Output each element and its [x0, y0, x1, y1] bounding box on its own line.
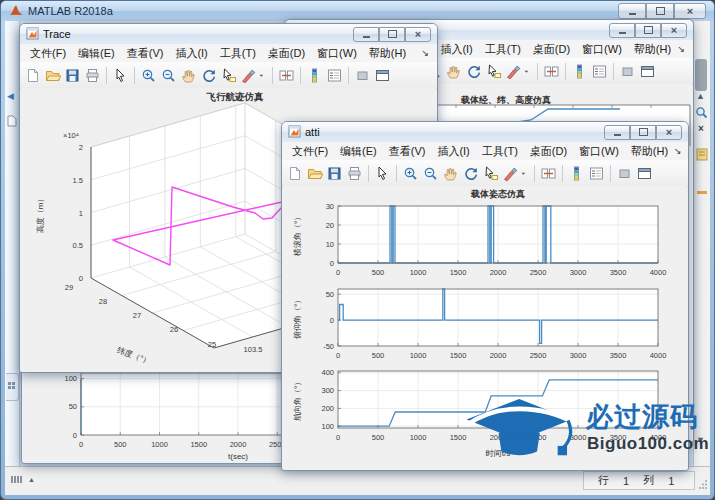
maximize-button[interactable] [646, 3, 674, 19]
minimize-button[interactable] [604, 125, 630, 140]
insert-colorbar-button[interactable] [305, 66, 324, 85]
window-titlebar[interactable]: atti × [282, 122, 688, 143]
dock-figure-button[interactable] [638, 62, 657, 81]
menu-item[interactable]: 桌面(D) [524, 144, 573, 159]
document-tab-icon[interactable] [7, 113, 17, 131]
save-button[interactable] [325, 164, 344, 183]
menu-item[interactable]: 工具(T) [476, 144, 524, 159]
window-titlebar[interactable]: Trace × [20, 24, 437, 45]
pan-hand-button[interactable] [441, 164, 460, 183]
menu-overflow-icon[interactable]: ↘ [674, 146, 686, 156]
pan-hand-button[interactable] [444, 62, 463, 81]
rotate-3d-button[interactable] [464, 62, 483, 81]
minimize-button[interactable] [609, 23, 635, 38]
x-tick-label: 1000 [410, 351, 427, 360]
insert-colorbar-button[interactable] [567, 164, 586, 183]
zoom-in-button[interactable] [401, 164, 420, 183]
print-button[interactable] [83, 66, 102, 85]
toolbar-separator [272, 67, 273, 84]
warning-marker[interactable] [697, 191, 707, 194]
menu-item[interactable]: 帮助(H) [628, 42, 677, 57]
link-plot-button[interactable] [539, 164, 558, 183]
menu-item[interactable]: 编辑(E) [334, 144, 383, 159]
menu-item[interactable]: 文件(F) [286, 144, 334, 159]
brush-icon [505, 63, 522, 80]
save-button[interactable] [63, 66, 82, 85]
menu-item[interactable]: 插入(I) [431, 144, 475, 159]
new-file-button[interactable] [23, 66, 42, 85]
hide-plot-tools-button[interactable] [353, 66, 372, 85]
hide-plot-tools-button[interactable] [615, 164, 634, 183]
arrow-cursor-button[interactable] [373, 164, 392, 183]
close-button[interactable]: × [674, 3, 706, 19]
brush-button[interactable] [501, 164, 520, 183]
docked-panel-tab[interactable] [6, 373, 19, 401]
menu-item[interactable]: 编辑(E) [72, 46, 121, 61]
brush-button[interactable] [239, 66, 258, 85]
insert-legend-icon [326, 67, 343, 84]
link-plot-button[interactable] [277, 66, 296, 85]
menu-item[interactable]: 窗口(W) [573, 144, 625, 159]
data-cursor-button[interactable] [219, 66, 238, 85]
zoom-out-button[interactable] [421, 164, 440, 183]
scrollbar-thumb[interactable] [695, 59, 707, 91]
dock-figure-button[interactable] [635, 164, 654, 183]
magnifier-icon[interactable] [695, 105, 708, 123]
hide-plot-tools-button[interactable] [618, 62, 637, 81]
insert-legend-button[interactable] [325, 66, 344, 85]
menu-item[interactable]: 工具(T) [479, 42, 527, 57]
zoom-in-button[interactable] [139, 66, 158, 85]
close-panel-icon[interactable]: × [698, 123, 704, 134]
brush-button[interactable] [504, 62, 523, 81]
dock-figure-button[interactable] [373, 66, 392, 85]
insert-legend-button[interactable] [590, 62, 609, 81]
toolbar-separator [368, 165, 369, 182]
data-cursor-button[interactable] [484, 62, 503, 81]
open-folder-button[interactable] [305, 164, 324, 183]
dropdown-button[interactable] [521, 164, 530, 183]
pan-hand-button[interactable] [179, 66, 198, 85]
data-cursor-button[interactable] [481, 164, 500, 183]
link-plot-button[interactable] [542, 62, 561, 81]
new-file-button[interactable] [285, 164, 304, 183]
arrow-cursor-button[interactable] [111, 66, 130, 85]
rotate-3d-button[interactable] [199, 66, 218, 85]
collapse-left-icon[interactable]: ◀ [7, 91, 14, 101]
menu-overflow-icon[interactable]: ↘ [677, 44, 689, 54]
note-marker-icon[interactable] [696, 147, 708, 165]
menu-overflow-icon[interactable]: ↘ [421, 48, 433, 58]
maximize-button[interactable] [635, 23, 661, 38]
scroll-up-icon[interactable]: ▲ [696, 91, 705, 101]
menu-item[interactable]: 窗口(W) [311, 46, 363, 61]
menu-item[interactable]: 工具(T) [214, 46, 262, 61]
x-tick-label: 500 [372, 268, 385, 277]
menu-item[interactable]: 插入(I) [169, 46, 213, 61]
open-folder-button[interactable] [43, 66, 62, 85]
dropdown-button[interactable] [524, 62, 533, 81]
menu-item[interactable]: 帮助(H) [363, 46, 412, 61]
close-button[interactable]: × [661, 23, 687, 38]
menu-item[interactable]: 桌面(D) [527, 42, 576, 57]
resize-grip[interactable] [698, 475, 708, 493]
minimize-button[interactable] [618, 3, 646, 19]
maximize-button[interactable] [379, 27, 405, 42]
menu-item[interactable]: 查看(V) [383, 144, 432, 159]
insert-colorbar-button[interactable] [570, 62, 589, 81]
menu-item[interactable]: 桌面(D) [262, 46, 311, 61]
insert-legend-button[interactable] [587, 164, 606, 183]
menu-item[interactable]: 文件(F) [24, 46, 72, 61]
close-button[interactable]: × [656, 125, 682, 140]
minimize-button[interactable] [353, 27, 379, 42]
dropdown-button[interactable] [259, 66, 268, 85]
matlab-titlebar[interactable]: MATLAB R2018a × [1, 1, 714, 21]
zoom-out-button[interactable] [159, 66, 178, 85]
close-button[interactable]: × [405, 27, 431, 42]
menu-item[interactable]: 插入(I) [434, 42, 478, 57]
status-left-icon[interactable]: ▲ [11, 475, 35, 484]
menu-item[interactable]: 窗口(W) [576, 42, 628, 57]
print-button[interactable] [345, 164, 364, 183]
maximize-button[interactable] [630, 125, 656, 140]
menu-item[interactable]: 查看(V) [121, 46, 170, 61]
rotate-3d-button[interactable] [461, 164, 480, 183]
menu-item[interactable]: 帮助(H) [625, 144, 674, 159]
